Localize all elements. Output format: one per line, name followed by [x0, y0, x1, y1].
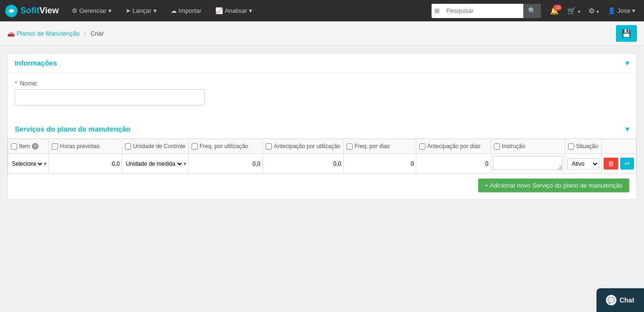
- th-item: Item ?: [8, 139, 49, 154]
- servicos-header: Serviços do plano de manutenção ▾: [8, 120, 636, 139]
- td-unidade: Unidade de medida ▾: [122, 154, 188, 174]
- brand: SofitView: [5, 4, 59, 18]
- td-situacao: Ativo Inativo: [565, 154, 601, 174]
- td-item: Selecione ▾: [8, 154, 49, 174]
- antecip-util-checkbox[interactable]: [266, 143, 272, 150]
- nav-analisar[interactable]: 📈 Analisar ▾: [210, 0, 258, 21]
- cart-button[interactable]: 🛒 ▾: [564, 5, 583, 17]
- chevron-down-icon: ▾: [578, 9, 580, 14]
- servicos-table: Item ? Horas previstas: [8, 139, 636, 174]
- import-icon: ☁: [171, 7, 177, 14]
- table-header-row: Item ? Horas previstas: [8, 139, 636, 154]
- informacoes-card: Informações ▾ * Nome: Serviços do plano …: [7, 53, 637, 200]
- horas-checkbox[interactable]: [52, 143, 58, 150]
- delete-row-button[interactable]: 🗑: [604, 158, 618, 170]
- td-antecip-util: [262, 154, 343, 174]
- freq-util-input[interactable]: [191, 161, 260, 167]
- servicos-thead: Item ? Horas previstas: [8, 139, 636, 154]
- item-select[interactable]: Selecione: [10, 160, 44, 168]
- td-freq-util: [188, 154, 262, 174]
- notification-badge: 16: [553, 5, 562, 10]
- situacao-checkbox[interactable]: [568, 143, 574, 150]
- antecip-dias-checkbox[interactable]: [419, 143, 425, 150]
- navbar: SofitView ⚙ Gerenciar ▾ ➤ Lançar ▾ ☁ Imp…: [0, 0, 644, 21]
- informacoes-body: * Nome:: [8, 73, 636, 120]
- collapse-servicos-icon[interactable]: ▾: [625, 124, 629, 133]
- td-horas: [49, 154, 122, 174]
- select-all-checkbox[interactable]: [11, 143, 17, 150]
- servicos-title: Serviços do plano de manutenção: [15, 125, 130, 133]
- gear-icon: ⚙: [72, 7, 77, 14]
- search-box: ⊞ 🔍: [432, 4, 541, 18]
- main-content: Informações ▾ * Nome: Serviços do plano …: [0, 46, 644, 214]
- search-input[interactable]: [442, 7, 523, 14]
- instrucao-textarea[interactable]: [493, 156, 563, 170]
- td-row-actions: 🗑 ⇌: [601, 154, 636, 174]
- servicos-tbody: Selecione ▾ Unidade de medida: [8, 154, 636, 174]
- page-icon: 🚗: [7, 30, 15, 37]
- freq-dias-checkbox[interactable]: [346, 143, 353, 150]
- informacoes-title: Informações: [15, 59, 57, 67]
- table-footer: + Adicionar novo Serviço do plano de man…: [8, 174, 636, 199]
- td-instrucao: [490, 154, 565, 174]
- th-antecip-dias: Antecipação por dias: [416, 139, 490, 154]
- th-antecip-util: Antecipação por utilização: [262, 139, 343, 154]
- freq-util-checkbox[interactable]: [192, 143, 198, 150]
- antecip-dias-input[interactable]: [418, 161, 489, 167]
- informacoes-header: Informações ▾: [8, 54, 636, 73]
- chevron-down-icon: ▾: [632, 7, 635, 14]
- settings-button[interactable]: ⚙ ▾: [586, 5, 602, 17]
- breadcrumb-bar: 🚗 Planos de Manutenção / Criar 💾: [0, 21, 644, 46]
- add-service-button[interactable]: + Adicionar novo Serviço do plano de man…: [478, 179, 629, 192]
- share-row-button[interactable]: ⇌: [620, 158, 634, 170]
- search-button[interactable]: 🔍: [523, 4, 541, 18]
- th-unidade: Unidade de Controle: [122, 139, 188, 154]
- nome-group: * Nome:: [15, 80, 629, 105]
- th-freq-util: Freq. por utilização: [188, 139, 262, 154]
- chevron-down-icon: ▾: [154, 7, 157, 14]
- horas-input[interactable]: [51, 161, 120, 167]
- freq-dias-input[interactable]: [346, 161, 414, 167]
- nav-gerenciar[interactable]: ⚙ Gerenciar ▾: [66, 0, 117, 21]
- table-row: Selecione ▾ Unidade de medida: [8, 154, 636, 174]
- nav-lancar[interactable]: ➤ Lançar ▾: [120, 0, 163, 21]
- save-button[interactable]: 💾: [616, 25, 637, 42]
- grid-icon: ⊞: [432, 7, 442, 14]
- row-actions: 🗑 ⇌: [604, 158, 634, 170]
- chevron-down-icon: ▾: [249, 7, 252, 14]
- chevron-down-icon: ▾: [596, 9, 599, 14]
- collapse-informacoes-icon[interactable]: ▾: [625, 58, 629, 67]
- chart-icon: 📈: [215, 7, 223, 14]
- brand-logo-icon: [5, 4, 18, 18]
- chevron-down-icon: ▾: [44, 161, 47, 167]
- th-horas: Horas previstas: [49, 139, 122, 154]
- brand-name: SofitView: [20, 6, 59, 16]
- nav-icons: 🔔 16 🛒 ▾ ⚙ ▾ 👤 Jose ▾: [547, 5, 639, 17]
- breadcrumb-parent-link[interactable]: Planos de Manutenção: [17, 30, 80, 37]
- antecip-util-input[interactable]: [265, 161, 341, 167]
- chevron-down-icon: ▾: [108, 7, 112, 14]
- nav-importar[interactable]: ☁ Importar: [165, 0, 207, 21]
- servicos-table-wrapper: Item ? Horas previstas: [8, 139, 636, 174]
- situacao-select[interactable]: Ativo Inativo: [567, 158, 599, 170]
- td-freq-dias: [343, 154, 416, 174]
- breadcrumb: 🚗 Planos de Manutenção / Criar: [7, 30, 104, 37]
- th-actions: [601, 139, 636, 154]
- th-instrucao: Instrução: [490, 139, 565, 154]
- send-icon: ➤: [125, 7, 131, 14]
- unidade-select[interactable]: Unidade de medida: [124, 160, 183, 168]
- user-menu-button[interactable]: 👤 Jose ▾: [604, 5, 639, 16]
- notifications-button[interactable]: 🔔 16: [547, 5, 562, 17]
- nome-input[interactable]: [15, 89, 205, 105]
- unidade-checkbox[interactable]: [125, 143, 131, 150]
- instrucao-checkbox[interactable]: [494, 143, 500, 150]
- td-antecip-dias: [416, 154, 490, 174]
- nome-label: * Nome:: [15, 80, 629, 87]
- chevron-down-icon: ▾: [183, 161, 186, 167]
- item-info-icon[interactable]: ?: [32, 143, 38, 150]
- th-situacao: Situação: [565, 139, 601, 154]
- breadcrumb-separator: /: [84, 30, 86, 37]
- th-freq-dias: Freq. por dias: [343, 139, 416, 154]
- breadcrumb-current: Criar: [90, 30, 104, 37]
